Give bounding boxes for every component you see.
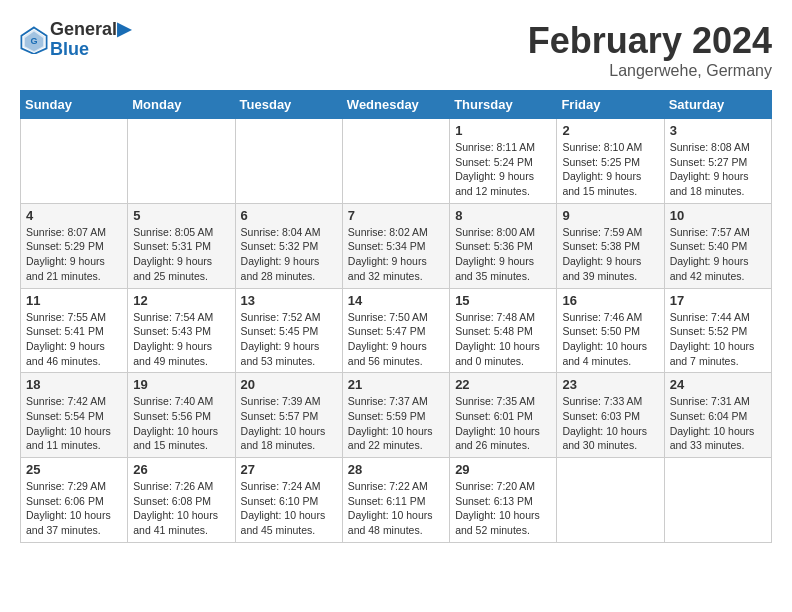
day-number: 12 (133, 293, 229, 308)
day-number: 13 (241, 293, 337, 308)
calendar-day-cell: 12Sunrise: 7:54 AMSunset: 5:43 PMDayligh… (128, 288, 235, 373)
day-info: Sunrise: 7:54 AMSunset: 5:43 PMDaylight:… (133, 310, 229, 369)
day-number: 29 (455, 462, 551, 477)
calendar-day-cell: 11Sunrise: 7:55 AMSunset: 5:41 PMDayligh… (21, 288, 128, 373)
title-block: February 2024 Langerwehe, Germany (528, 20, 772, 80)
day-number: 24 (670, 377, 766, 392)
calendar-day-cell: 16Sunrise: 7:46 AMSunset: 5:50 PMDayligh… (557, 288, 664, 373)
day-info: Sunrise: 7:40 AMSunset: 5:56 PMDaylight:… (133, 394, 229, 453)
day-number: 18 (26, 377, 122, 392)
calendar-week-row: 25Sunrise: 7:29 AMSunset: 6:06 PMDayligh… (21, 458, 772, 543)
calendar-week-row: 4Sunrise: 8:07 AMSunset: 5:29 PMDaylight… (21, 203, 772, 288)
day-number: 2 (562, 123, 658, 138)
calendar-day-cell: 3Sunrise: 8:08 AMSunset: 5:27 PMDaylight… (664, 119, 771, 204)
calendar-day-cell: 29Sunrise: 7:20 AMSunset: 6:13 PMDayligh… (450, 458, 557, 543)
day-info: Sunrise: 7:39 AMSunset: 5:57 PMDaylight:… (241, 394, 337, 453)
calendar-day-cell: 26Sunrise: 7:26 AMSunset: 6:08 PMDayligh… (128, 458, 235, 543)
weekday-header: Tuesday (235, 91, 342, 119)
day-number: 6 (241, 208, 337, 223)
day-number: 17 (670, 293, 766, 308)
calendar-day-cell (557, 458, 664, 543)
weekday-header: Thursday (450, 91, 557, 119)
logo: G General▶ Blue (20, 20, 131, 60)
weekday-header: Saturday (664, 91, 771, 119)
calendar-day-cell: 22Sunrise: 7:35 AMSunset: 6:01 PMDayligh… (450, 373, 557, 458)
day-number: 4 (26, 208, 122, 223)
day-number: 14 (348, 293, 444, 308)
calendar-day-cell (21, 119, 128, 204)
day-info: Sunrise: 7:50 AMSunset: 5:47 PMDaylight:… (348, 310, 444, 369)
day-info: Sunrise: 8:02 AMSunset: 5:34 PMDaylight:… (348, 225, 444, 284)
day-info: Sunrise: 7:44 AMSunset: 5:52 PMDaylight:… (670, 310, 766, 369)
calendar-day-cell: 25Sunrise: 7:29 AMSunset: 6:06 PMDayligh… (21, 458, 128, 543)
calendar-day-cell: 19Sunrise: 7:40 AMSunset: 5:56 PMDayligh… (128, 373, 235, 458)
day-info: Sunrise: 7:57 AMSunset: 5:40 PMDaylight:… (670, 225, 766, 284)
calendar-day-cell (664, 458, 771, 543)
day-info: Sunrise: 8:11 AMSunset: 5:24 PMDaylight:… (455, 140, 551, 199)
day-number: 7 (348, 208, 444, 223)
day-info: Sunrise: 7:29 AMSunset: 6:06 PMDaylight:… (26, 479, 122, 538)
calendar-day-cell: 17Sunrise: 7:44 AMSunset: 5:52 PMDayligh… (664, 288, 771, 373)
day-info: Sunrise: 8:10 AMSunset: 5:25 PMDaylight:… (562, 140, 658, 199)
day-info: Sunrise: 8:04 AMSunset: 5:32 PMDaylight:… (241, 225, 337, 284)
calendar-day-cell: 15Sunrise: 7:48 AMSunset: 5:48 PMDayligh… (450, 288, 557, 373)
page-header: G General▶ Blue February 2024 Langerwehe… (20, 20, 772, 80)
calendar-day-cell: 5Sunrise: 8:05 AMSunset: 5:31 PMDaylight… (128, 203, 235, 288)
calendar-day-cell: 4Sunrise: 8:07 AMSunset: 5:29 PMDaylight… (21, 203, 128, 288)
day-number: 21 (348, 377, 444, 392)
day-info: Sunrise: 8:00 AMSunset: 5:36 PMDaylight:… (455, 225, 551, 284)
day-number: 15 (455, 293, 551, 308)
calendar-day-cell: 24Sunrise: 7:31 AMSunset: 6:04 PMDayligh… (664, 373, 771, 458)
svg-text:G: G (30, 36, 37, 46)
day-info: Sunrise: 8:05 AMSunset: 5:31 PMDaylight:… (133, 225, 229, 284)
day-info: Sunrise: 8:07 AMSunset: 5:29 PMDaylight:… (26, 225, 122, 284)
day-number: 5 (133, 208, 229, 223)
day-number: 28 (348, 462, 444, 477)
day-info: Sunrise: 7:31 AMSunset: 6:04 PMDaylight:… (670, 394, 766, 453)
weekday-header: Wednesday (342, 91, 449, 119)
calendar-week-row: 1Sunrise: 8:11 AMSunset: 5:24 PMDaylight… (21, 119, 772, 204)
day-info: Sunrise: 7:46 AMSunset: 5:50 PMDaylight:… (562, 310, 658, 369)
month-title: February 2024 (528, 20, 772, 62)
day-number: 16 (562, 293, 658, 308)
calendar-week-row: 18Sunrise: 7:42 AMSunset: 5:54 PMDayligh… (21, 373, 772, 458)
location: Langerwehe, Germany (528, 62, 772, 80)
day-info: Sunrise: 7:35 AMSunset: 6:01 PMDaylight:… (455, 394, 551, 453)
calendar-day-cell (342, 119, 449, 204)
day-number: 22 (455, 377, 551, 392)
calendar-day-cell: 18Sunrise: 7:42 AMSunset: 5:54 PMDayligh… (21, 373, 128, 458)
day-number: 3 (670, 123, 766, 138)
day-number: 25 (26, 462, 122, 477)
day-number: 8 (455, 208, 551, 223)
logo-line1: General▶ (50, 20, 131, 40)
calendar-day-cell: 20Sunrise: 7:39 AMSunset: 5:57 PMDayligh… (235, 373, 342, 458)
weekday-header: Friday (557, 91, 664, 119)
weekday-header-row: SundayMondayTuesdayWednesdayThursdayFrid… (21, 91, 772, 119)
logo-icon: G (20, 26, 48, 54)
day-info: Sunrise: 7:37 AMSunset: 5:59 PMDaylight:… (348, 394, 444, 453)
calendar-day-cell: 1Sunrise: 8:11 AMSunset: 5:24 PMDaylight… (450, 119, 557, 204)
day-number: 27 (241, 462, 337, 477)
day-info: Sunrise: 7:42 AMSunset: 5:54 PMDaylight:… (26, 394, 122, 453)
calendar-day-cell: 6Sunrise: 8:04 AMSunset: 5:32 PMDaylight… (235, 203, 342, 288)
day-info: Sunrise: 7:22 AMSunset: 6:11 PMDaylight:… (348, 479, 444, 538)
day-number: 9 (562, 208, 658, 223)
day-info: Sunrise: 8:08 AMSunset: 5:27 PMDaylight:… (670, 140, 766, 199)
day-number: 26 (133, 462, 229, 477)
calendar-day-cell: 14Sunrise: 7:50 AMSunset: 5:47 PMDayligh… (342, 288, 449, 373)
day-number: 23 (562, 377, 658, 392)
calendar-day-cell: 27Sunrise: 7:24 AMSunset: 6:10 PMDayligh… (235, 458, 342, 543)
calendar-day-cell: 2Sunrise: 8:10 AMSunset: 5:25 PMDaylight… (557, 119, 664, 204)
day-info: Sunrise: 7:48 AMSunset: 5:48 PMDaylight:… (455, 310, 551, 369)
calendar-week-row: 11Sunrise: 7:55 AMSunset: 5:41 PMDayligh… (21, 288, 772, 373)
day-info: Sunrise: 7:20 AMSunset: 6:13 PMDaylight:… (455, 479, 551, 538)
logo-line2: Blue (50, 40, 131, 60)
calendar-day-cell: 8Sunrise: 8:00 AMSunset: 5:36 PMDaylight… (450, 203, 557, 288)
day-number: 19 (133, 377, 229, 392)
calendar-day-cell (128, 119, 235, 204)
day-info: Sunrise: 7:59 AMSunset: 5:38 PMDaylight:… (562, 225, 658, 284)
day-info: Sunrise: 7:24 AMSunset: 6:10 PMDaylight:… (241, 479, 337, 538)
calendar-day-cell: 23Sunrise: 7:33 AMSunset: 6:03 PMDayligh… (557, 373, 664, 458)
day-info: Sunrise: 7:26 AMSunset: 6:08 PMDaylight:… (133, 479, 229, 538)
day-info: Sunrise: 7:55 AMSunset: 5:41 PMDaylight:… (26, 310, 122, 369)
